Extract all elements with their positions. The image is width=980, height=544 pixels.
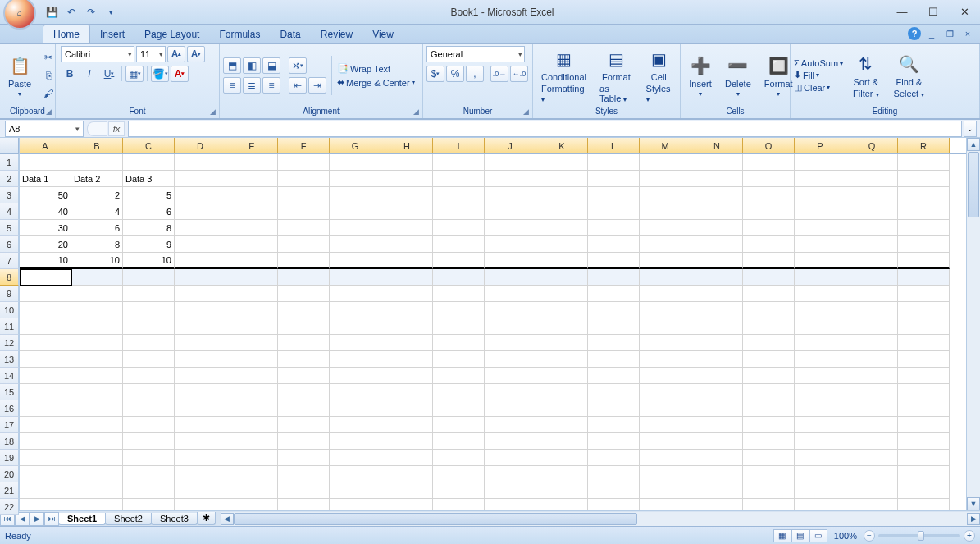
cell-F11[interactable] bbox=[278, 318, 330, 335]
cell-J22[interactable] bbox=[485, 499, 536, 510]
cell-K11[interactable] bbox=[536, 318, 588, 335]
cell-J13[interactable] bbox=[485, 351, 536, 368]
cell-H18[interactable] bbox=[381, 433, 433, 450]
cell-C14[interactable] bbox=[123, 368, 175, 384]
cell-I6[interactable] bbox=[433, 236, 485, 253]
cell-P9[interactable] bbox=[795, 286, 846, 302]
cell-I21[interactable] bbox=[433, 482, 485, 499]
cell-C13[interactable] bbox=[123, 351, 175, 368]
cell-O15[interactable] bbox=[743, 384, 795, 400]
cell-A11[interactable] bbox=[20, 318, 71, 335]
row-header-6[interactable]: 6 bbox=[0, 236, 19, 253]
cell-M15[interactable] bbox=[640, 384, 691, 400]
row-header-10[interactable]: 10 bbox=[0, 302, 19, 318]
cell-A14[interactable] bbox=[20, 368, 71, 384]
cell-C6[interactable]: 9 bbox=[123, 236, 175, 253]
cell-H20[interactable] bbox=[381, 466, 433, 482]
cell-G10[interactable] bbox=[330, 302, 381, 318]
cell-L8[interactable] bbox=[588, 269, 640, 286]
zoom-slider[interactable] bbox=[878, 534, 960, 537]
cell-C15[interactable] bbox=[123, 384, 175, 400]
cell-N14[interactable] bbox=[691, 368, 743, 384]
column-header-N[interactable]: N bbox=[691, 138, 743, 153]
name-box[interactable]: A8 ▾ bbox=[5, 121, 84, 137]
zoom-level[interactable]: 100% bbox=[834, 531, 857, 541]
increase-decimal-icon[interactable]: .0→ bbox=[490, 66, 508, 82]
cell-Q9[interactable] bbox=[846, 286, 898, 302]
cell-O21[interactable] bbox=[743, 482, 795, 499]
cell-M4[interactable] bbox=[640, 203, 691, 220]
cell-O7[interactable] bbox=[743, 253, 795, 269]
cell-Q10[interactable] bbox=[846, 302, 898, 318]
cell-G11[interactable] bbox=[330, 318, 381, 335]
cell-E3[interactable] bbox=[226, 187, 278, 203]
cell-J10[interactable] bbox=[485, 302, 536, 318]
horizontal-scroll-thumb[interactable] bbox=[234, 513, 637, 525]
cell-C22[interactable] bbox=[123, 499, 175, 510]
cell-B20[interactable] bbox=[71, 466, 123, 482]
select-all-corner[interactable] bbox=[0, 138, 19, 154]
cell-P21[interactable] bbox=[795, 482, 846, 499]
cell-M13[interactable] bbox=[640, 351, 691, 368]
cell-B21[interactable] bbox=[71, 482, 123, 499]
cell-R21[interactable] bbox=[898, 482, 950, 499]
cell-F3[interactable] bbox=[278, 187, 330, 203]
cell-B1[interactable] bbox=[71, 154, 123, 171]
cell-P8[interactable] bbox=[795, 269, 846, 286]
cell-P18[interactable] bbox=[795, 433, 846, 450]
cell-I3[interactable] bbox=[433, 187, 485, 203]
cell-F4[interactable] bbox=[278, 203, 330, 220]
cell-A19[interactable] bbox=[20, 450, 71, 466]
shrink-font-icon[interactable]: A▾ bbox=[187, 46, 205, 62]
cell-L21[interactable] bbox=[588, 482, 640, 499]
cell-N19[interactable] bbox=[691, 450, 743, 466]
cell-Q22[interactable] bbox=[846, 499, 898, 510]
cell-L11[interactable] bbox=[588, 318, 640, 335]
cell-K4[interactable] bbox=[536, 203, 588, 220]
cell-P20[interactable] bbox=[795, 466, 846, 482]
cell-K20[interactable] bbox=[536, 466, 588, 482]
font-size-combo[interactable]: 11 bbox=[136, 46, 166, 62]
column-header-A[interactable]: A bbox=[20, 138, 71, 153]
tab-page-layout[interactable]: Page Layout bbox=[134, 25, 209, 43]
row-header-3[interactable]: 3 bbox=[0, 187, 19, 203]
cell-L4[interactable] bbox=[588, 203, 640, 220]
undo-icon[interactable]: ↶ bbox=[64, 5, 79, 20]
cell-H19[interactable] bbox=[381, 450, 433, 466]
cell-R3[interactable] bbox=[898, 187, 950, 203]
percent-format-icon[interactable]: % bbox=[446, 66, 464, 82]
cell-E9[interactable] bbox=[226, 286, 278, 302]
fill-color-button[interactable]: 🪣▾ bbox=[151, 66, 169, 82]
cell-E7[interactable] bbox=[226, 253, 278, 269]
cell-G4[interactable] bbox=[330, 203, 381, 220]
cell-O1[interactable] bbox=[743, 154, 795, 171]
cell-N6[interactable] bbox=[691, 236, 743, 253]
cell-D2[interactable] bbox=[175, 171, 226, 187]
cell-A8[interactable] bbox=[20, 269, 71, 286]
alignment-dialog-launcher[interactable]: ◢ bbox=[411, 107, 421, 117]
cell-L19[interactable] bbox=[588, 450, 640, 466]
minimize-ribbon-icon[interactable]: _ bbox=[924, 26, 939, 41]
cell-O13[interactable] bbox=[743, 351, 795, 368]
row-header-2[interactable]: 2 bbox=[0, 171, 19, 187]
cell-N18[interactable] bbox=[691, 433, 743, 450]
tab-review[interactable]: Review bbox=[311, 25, 362, 43]
cell-L17[interactable] bbox=[588, 417, 640, 433]
cell-C4[interactable]: 6 bbox=[123, 203, 175, 220]
tab-view[interactable]: View bbox=[362, 25, 403, 43]
row-header-7[interactable]: 7 bbox=[0, 253, 19, 269]
page-layout-view-button[interactable]: ▤ bbox=[791, 529, 809, 542]
cell-N13[interactable] bbox=[691, 351, 743, 368]
cell-R5[interactable] bbox=[898, 220, 950, 236]
cell-R12[interactable] bbox=[898, 335, 950, 351]
column-header-C[interactable]: C bbox=[123, 138, 175, 153]
cell-L9[interactable] bbox=[588, 286, 640, 302]
cell-N2[interactable] bbox=[691, 171, 743, 187]
cell-K5[interactable] bbox=[536, 220, 588, 236]
cell-Q14[interactable] bbox=[846, 368, 898, 384]
column-header-M[interactable]: M bbox=[640, 138, 691, 153]
cell-A20[interactable] bbox=[20, 466, 71, 482]
cell-H12[interactable] bbox=[381, 335, 433, 351]
row-header-22[interactable]: 22 bbox=[0, 499, 19, 515]
cell-J12[interactable] bbox=[485, 335, 536, 351]
